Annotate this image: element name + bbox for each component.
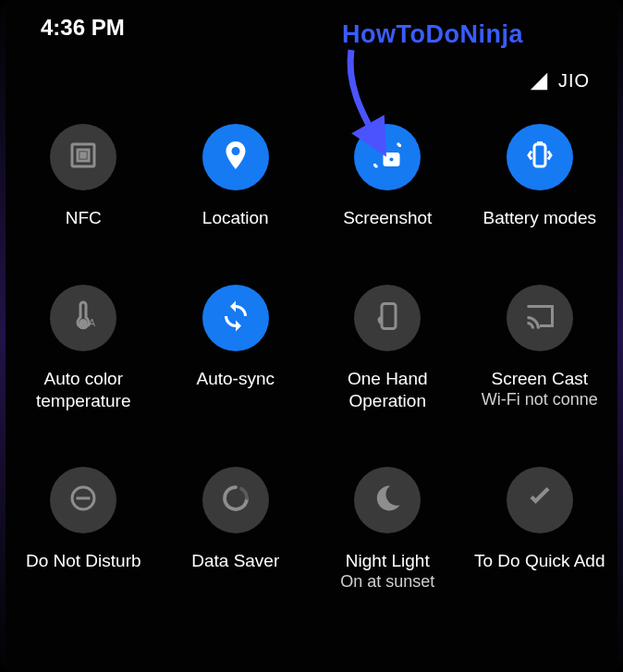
tile-screenshot-label: Screenshot xyxy=(343,207,432,229)
tile-auto-sync-circle xyxy=(202,285,269,351)
tile-todo-quick-add-circle xyxy=(507,467,573,533)
tile-battery-modes[interactable]: Battery modes xyxy=(464,124,617,229)
tile-night-light-sub: On at sunset xyxy=(340,572,434,593)
sync-icon xyxy=(219,299,252,336)
svg-rect-9 xyxy=(382,303,396,328)
svg-rect-5 xyxy=(534,144,545,166)
svg-text:A: A xyxy=(89,316,95,327)
tile-screen-cast-circle xyxy=(507,285,573,351)
nfc-icon xyxy=(67,139,100,176)
tile-one-hand-operation-circle xyxy=(354,285,421,351)
tile-todo-quick-add-label: To Do Quick Add xyxy=(474,550,605,572)
moon-icon xyxy=(371,482,404,519)
carrier-label: JIO xyxy=(558,70,590,92)
tile-one-hand-operation[interactable]: One Hand Operation xyxy=(312,285,464,412)
tile-auto-sync-label: Auto-sync xyxy=(197,368,275,390)
svg-point-7 xyxy=(80,320,86,325)
tile-location-circle xyxy=(202,124,269,190)
tile-data-saver-label: Data Saver xyxy=(191,550,279,572)
status-right: JIO xyxy=(529,70,590,92)
tile-location-label: Location xyxy=(202,207,269,229)
tile-screen-cast-label: Screen Cast xyxy=(491,368,588,390)
tile-night-light-label: Night Light xyxy=(346,550,430,572)
location-icon xyxy=(219,139,252,176)
tile-do-not-disturb-circle xyxy=(50,467,116,533)
tiles-grid: NFC Location xyxy=(0,111,623,593)
quick-settings-panel: 4:36 PM JIO HowToDoNinja xyxy=(0,0,623,672)
tile-auto-color-temperature-label: Auto color temperature xyxy=(9,368,157,412)
tile-auto-sync[interactable]: Auto-sync xyxy=(160,285,312,412)
watermark-text: HowToDoNinja xyxy=(342,20,523,49)
battery-icon xyxy=(523,139,556,176)
tile-auto-color-temperature-circle: A xyxy=(50,285,116,351)
signal-icon xyxy=(529,71,549,92)
status-bar: 4:36 PM xyxy=(0,0,623,55)
tile-nfc-circle xyxy=(50,124,116,190)
svg-point-4 xyxy=(388,156,395,163)
tile-data-saver-circle xyxy=(202,467,269,533)
tile-battery-modes-label: Battery modes xyxy=(483,207,597,229)
data-saver-icon xyxy=(219,482,252,519)
tile-screenshot-circle xyxy=(354,124,421,190)
tile-nfc-label: NFC xyxy=(66,207,102,229)
svg-rect-2 xyxy=(81,153,86,158)
tile-night-light[interactable]: Night Light On at sunset xyxy=(312,467,464,592)
tile-location[interactable]: Location xyxy=(160,124,312,229)
tile-do-not-disturb[interactable]: Do Not Disturb xyxy=(7,467,160,592)
tile-screenshot[interactable]: Screenshot xyxy=(312,124,464,229)
screenshot-icon xyxy=(371,139,404,176)
tile-night-light-circle xyxy=(354,467,421,533)
tile-do-not-disturb-label: Do Not Disturb xyxy=(26,550,141,572)
tile-one-hand-operation-label: One Hand Operation xyxy=(313,368,461,412)
one-hand-icon xyxy=(371,299,404,336)
tile-screen-cast[interactable]: Screen Cast Wi-Fi not conne xyxy=(464,285,617,412)
cast-icon xyxy=(523,299,556,336)
tile-todo-quick-add[interactable]: To Do Quick Add xyxy=(464,467,617,592)
check-icon xyxy=(523,482,556,519)
dnd-icon xyxy=(67,482,100,519)
svg-rect-6 xyxy=(537,141,543,144)
tile-screen-cast-sub: Wi-Fi not conne xyxy=(482,390,598,410)
tile-battery-modes-circle xyxy=(507,124,573,190)
status-time: 4:36 PM xyxy=(41,15,125,41)
tile-nfc[interactable]: NFC xyxy=(7,124,160,229)
tile-auto-color-temperature[interactable]: A Auto color temperature xyxy=(7,285,160,412)
tile-data-saver[interactable]: Data Saver xyxy=(160,467,312,592)
thermometer-icon: A xyxy=(67,299,100,336)
